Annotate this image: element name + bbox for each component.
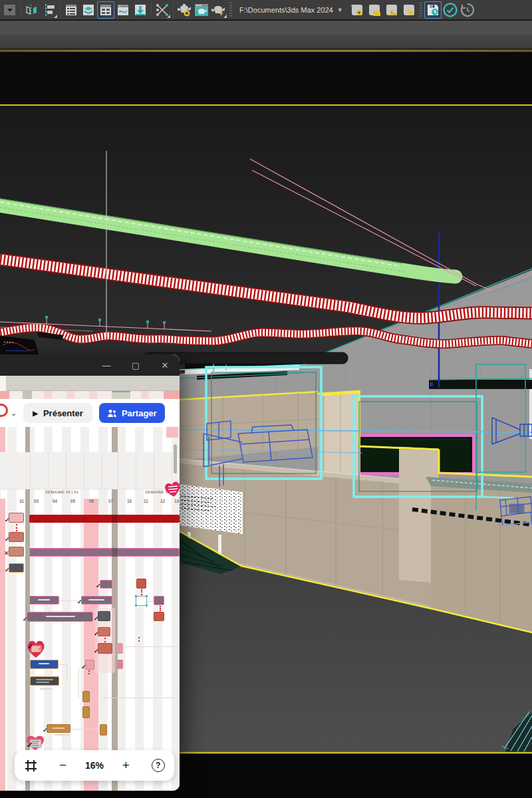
timeline-canvas[interactable]: SEMAINE 45 | 51 SEMAINE 46 | 30310304050… [0,427,180,791]
minimap-segment [141,391,149,399]
gantt-bar-purple[interactable] [29,596,59,604]
task-card[interactable] [98,611,110,621]
zoom-in-button[interactable]: + [116,755,136,775]
minimap-segment [164,391,180,399]
present-label: Présenter [43,408,83,418]
share-button[interactable]: Partager [99,403,165,423]
ceiling-beam-dark[interactable] [429,378,532,389]
layer-explorer-icon[interactable] [80,1,97,19]
day-label: 07 [108,499,113,503]
play-icon: ▶ [33,410,38,417]
task-card[interactable] [82,706,90,718]
fit-frame-icon[interactable] [21,755,41,775]
day-label: 12 [160,499,165,503]
minimap-segment [44,391,52,399]
today-column-edge [0,427,5,452]
help-icon: ? [152,759,165,772]
script-nodes-icon[interactable] [383,1,400,19]
connector-line [101,698,178,698]
day-label: 31 [19,499,24,503]
zoom-level[interactable]: 16% [85,760,104,771]
minimize-button[interactable]: — [92,354,121,376]
script-folder-icon[interactable] [366,1,383,19]
task-card[interactable] [154,596,164,605]
close-button[interactable]: ✕ [150,354,180,376]
heart-sticker[interactable]: ✓ [25,638,47,660]
render-production-icon[interactable] [210,1,227,19]
day-label: 13 [174,499,179,503]
people-icon [107,409,117,418]
task-card[interactable] [9,547,24,557]
rendered-frame-window-icon[interactable] [193,1,210,19]
align-icon[interactable] [41,1,58,19]
gantt-bar-red[interactable] [29,515,180,523]
gantt-bar-mauve[interactable] [29,548,180,557]
connector-line [78,668,79,698]
task-card[interactable] [154,612,164,621]
app-toolbar: ⌄ ▶ Présenter Partager [0,399,180,427]
project-folder-field[interactable]: F:\Documents\3ds Max 2024 ▼ [234,2,348,18]
gantt-bar-purple[interactable] [81,596,112,604]
task-card-selected[interactable] [136,596,147,606]
maximize-button[interactable]: ▢ [121,354,150,376]
flyout-arrow [223,15,227,18]
task-card[interactable] [117,643,123,654]
schematic-view-icon[interactable] [154,1,171,19]
dope-sheet-icon[interactable] [132,1,149,19]
separator [151,3,152,17]
separator-dotted [229,2,232,18]
minimap-segment [0,391,9,399]
svg-text:✓: ✓ [27,642,33,650]
heart-sticker[interactable]: ✓ [24,734,47,751]
connector-line [59,664,66,665]
validate-icon[interactable] [442,1,459,19]
curve-editor-icon[interactable] [114,1,132,19]
render-setup-icon[interactable] [176,1,193,19]
ribbon-band [0,21,532,35]
heart-sticker[interactable] [164,480,180,499]
history-icon[interactable] [459,1,476,19]
separator [60,3,61,17]
task-card[interactable] [9,532,24,542]
task-card[interactable] [9,563,24,573]
day-label: 11 [144,499,148,503]
day-label: 05 [70,499,75,503]
flyout-arrow [167,15,170,18]
gantt-bar-mauve-shaded [112,548,118,557]
connector-line [66,664,67,682]
task-card[interactable] [98,643,112,654]
present-button[interactable]: ▶ Présenter [23,403,92,423]
gantt-bar-dark[interactable] [30,676,59,686]
timeline-top-band [0,452,180,489]
task-card[interactable] [85,660,94,670]
share-label: Partager [122,408,157,418]
gantt-bar-purple-long[interactable] [27,612,93,622]
dependency-connector [141,589,142,595]
zoom-out-button[interactable]: − [53,755,73,775]
gantt-bar-blue[interactable] [30,660,59,669]
task-card[interactable] [98,627,110,636]
scrollbar-thumb[interactable] [174,444,177,473]
window-title-bar[interactable]: — ▢ ✕ [0,354,180,376]
task-card[interactable] [136,579,146,589]
auto-save-icon[interactable] [424,1,442,19]
swatch-dropdown-icon[interactable] [1,1,19,19]
viewport-black-band-top [0,52,532,105]
mirror-icon[interactable] [23,1,41,19]
chevron-down-icon[interactable]: ⌄ [11,409,17,418]
task-card[interactable] [9,513,24,523]
task-card[interactable] [82,691,90,702]
task-card[interactable] [100,580,112,589]
task-card[interactable] [100,724,107,735]
scene-explorer-icon[interactable] [97,1,114,19]
manage-layers-icon[interactable] [63,1,80,19]
task-card[interactable] [117,660,123,669]
floating-app-window[interactable]: — ▢ ✕ ⌄ ▶ Présenter Partager [0,354,180,791]
gantt-bar-tan[interactable] [47,724,70,733]
minimap-segment [23,391,32,399]
script-gear-icon[interactable] [348,1,366,19]
day-label: 03 [34,499,39,503]
help-button[interactable]: ? [148,755,168,775]
script-new-icon[interactable] [400,1,418,19]
timeline-minimap[interactable] [0,391,180,399]
